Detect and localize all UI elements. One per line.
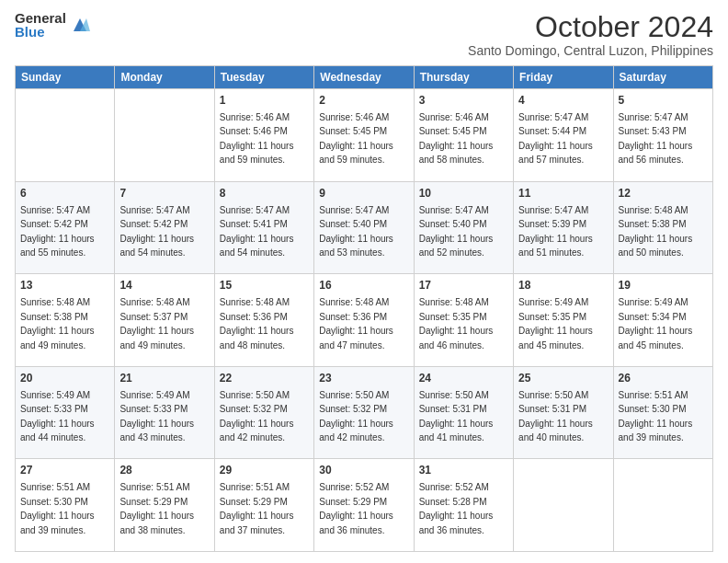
calendar-cell: 12Sunrise: 5:48 AMSunset: 5:38 PMDayligh… xyxy=(613,181,712,274)
day-info: Sunrise: 5:50 AMSunset: 5:32 PMDaylight:… xyxy=(220,390,294,443)
calendar-cell: 26Sunrise: 5:51 AMSunset: 5:30 PMDayligh… xyxy=(613,366,712,459)
calendar-cell: 25Sunrise: 5:50 AMSunset: 5:31 PMDayligh… xyxy=(514,366,613,459)
day-number: 9 xyxy=(319,186,408,201)
day-info: Sunrise: 5:50 AMSunset: 5:31 PMDaylight:… xyxy=(518,390,593,443)
day-info: Sunrise: 5:46 AMSunset: 5:45 PMDaylight:… xyxy=(319,112,393,166)
calendar-header-row: Sunday Monday Tuesday Wednesday Thursday… xyxy=(16,66,713,89)
logo: General Blue xyxy=(15,11,90,39)
calendar-cell: 24Sunrise: 5:50 AMSunset: 5:31 PMDayligh… xyxy=(414,366,513,459)
day-info: Sunrise: 5:47 AMSunset: 5:44 PMDaylight:… xyxy=(518,112,593,166)
calendar-cell xyxy=(514,459,613,552)
day-number: 22 xyxy=(220,371,309,386)
day-number: 3 xyxy=(419,93,508,109)
calendar-cell: 28Sunrise: 5:51 AMSunset: 5:29 PMDayligh… xyxy=(115,459,214,552)
col-sunday: Sunday xyxy=(16,66,115,89)
calendar-cell: 20Sunrise: 5:49 AMSunset: 5:33 PMDayligh… xyxy=(16,366,115,459)
day-number: 5 xyxy=(619,93,708,109)
calendar-cell: 17Sunrise: 5:48 AMSunset: 5:35 PMDayligh… xyxy=(414,274,513,367)
day-number: 19 xyxy=(619,278,708,293)
day-number: 23 xyxy=(319,371,408,386)
calendar-cell xyxy=(115,89,214,182)
day-number: 27 xyxy=(20,463,109,478)
calendar-cell: 18Sunrise: 5:49 AMSunset: 5:35 PMDayligh… xyxy=(514,274,613,367)
day-number: 28 xyxy=(119,463,209,478)
day-info: Sunrise: 5:50 AMSunset: 5:32 PMDaylight:… xyxy=(319,390,393,443)
month-title: October 2024 xyxy=(468,11,713,43)
calendar-cell: 10Sunrise: 5:47 AMSunset: 5:40 PMDayligh… xyxy=(414,181,513,274)
calendar-cell: 3Sunrise: 5:46 AMSunset: 5:45 PMDaylight… xyxy=(414,89,513,182)
calendar-week-row: 27Sunrise: 5:51 AMSunset: 5:30 PMDayligh… xyxy=(16,459,713,552)
calendar-cell: 29Sunrise: 5:51 AMSunset: 5:29 PMDayligh… xyxy=(214,459,313,552)
day-info: Sunrise: 5:47 AMSunset: 5:39 PMDaylight:… xyxy=(518,205,593,259)
day-info: Sunrise: 5:48 AMSunset: 5:36 PMDaylight:… xyxy=(319,297,393,350)
calendar-cell xyxy=(613,459,712,552)
calendar-table: Sunday Monday Tuesday Wednesday Thursday… xyxy=(15,65,713,552)
col-thursday: Thursday xyxy=(414,66,513,89)
col-friday: Friday xyxy=(514,66,613,89)
day-info: Sunrise: 5:48 AMSunset: 5:38 PMDaylight:… xyxy=(20,297,95,350)
day-number: 14 xyxy=(119,278,209,293)
location: Santo Domingo, Central Luzon, Philippine… xyxy=(468,43,713,58)
calendar-cell: 15Sunrise: 5:48 AMSunset: 5:36 PMDayligh… xyxy=(214,274,313,367)
calendar-cell: 11Sunrise: 5:47 AMSunset: 5:39 PMDayligh… xyxy=(514,181,613,274)
day-number: 30 xyxy=(319,463,408,478)
day-number: 10 xyxy=(419,186,508,201)
day-number: 21 xyxy=(119,371,209,386)
day-number: 4 xyxy=(518,93,608,109)
calendar-cell: 2Sunrise: 5:46 AMSunset: 5:45 PMDaylight… xyxy=(314,89,414,182)
calendar-cell: 8Sunrise: 5:47 AMSunset: 5:41 PMDaylight… xyxy=(214,181,313,274)
day-info: Sunrise: 5:49 AMSunset: 5:33 PMDaylight:… xyxy=(20,390,95,443)
day-info: Sunrise: 5:52 AMSunset: 5:28 PMDaylight:… xyxy=(419,482,494,535)
day-info: Sunrise: 5:47 AMSunset: 5:41 PMDaylight:… xyxy=(220,205,294,259)
day-number: 7 xyxy=(119,186,209,201)
calendar-cell: 7Sunrise: 5:47 AMSunset: 5:42 PMDaylight… xyxy=(115,181,214,274)
day-info: Sunrise: 5:47 AMSunset: 5:40 PMDaylight:… xyxy=(319,205,393,259)
day-number: 13 xyxy=(20,278,109,293)
calendar-cell: 19Sunrise: 5:49 AMSunset: 5:34 PMDayligh… xyxy=(613,274,712,367)
calendar-cell: 5Sunrise: 5:47 AMSunset: 5:43 PMDaylight… xyxy=(613,89,712,182)
day-number: 18 xyxy=(518,278,608,293)
calendar-cell xyxy=(16,89,115,182)
header: General Blue October 2024 Santo Domingo,… xyxy=(15,11,713,58)
logo-text: General Blue xyxy=(15,11,66,39)
day-number: 26 xyxy=(619,371,708,386)
day-number: 24 xyxy=(419,371,508,386)
day-info: Sunrise: 5:51 AMSunset: 5:29 PMDaylight:… xyxy=(220,482,294,535)
day-number: 11 xyxy=(518,186,608,201)
day-info: Sunrise: 5:48 AMSunset: 5:38 PMDaylight:… xyxy=(619,205,693,259)
page: General Blue October 2024 Santo Domingo,… xyxy=(0,0,728,563)
day-number: 1 xyxy=(220,93,309,109)
day-number: 17 xyxy=(419,278,508,293)
day-number: 2 xyxy=(319,93,408,109)
day-info: Sunrise: 5:47 AMSunset: 5:40 PMDaylight:… xyxy=(419,205,494,259)
title-block: October 2024 Santo Domingo, Central Luzo… xyxy=(468,11,713,58)
day-info: Sunrise: 5:48 AMSunset: 5:35 PMDaylight:… xyxy=(419,297,494,350)
calendar-cell: 27Sunrise: 5:51 AMSunset: 5:30 PMDayligh… xyxy=(16,459,115,552)
logo-icon xyxy=(70,15,90,35)
calendar-cell: 6Sunrise: 5:47 AMSunset: 5:42 PMDaylight… xyxy=(16,181,115,274)
calendar-cell: 23Sunrise: 5:50 AMSunset: 5:32 PMDayligh… xyxy=(314,366,414,459)
calendar-week-row: 20Sunrise: 5:49 AMSunset: 5:33 PMDayligh… xyxy=(16,366,713,459)
day-info: Sunrise: 5:46 AMSunset: 5:46 PMDaylight:… xyxy=(220,112,294,166)
day-info: Sunrise: 5:48 AMSunset: 5:37 PMDaylight:… xyxy=(119,297,194,350)
calendar-cell: 9Sunrise: 5:47 AMSunset: 5:40 PMDaylight… xyxy=(314,181,414,274)
day-info: Sunrise: 5:50 AMSunset: 5:31 PMDaylight:… xyxy=(419,390,494,443)
calendar-week-row: 6Sunrise: 5:47 AMSunset: 5:42 PMDaylight… xyxy=(16,181,713,274)
day-number: 20 xyxy=(20,371,109,386)
day-info: Sunrise: 5:47 AMSunset: 5:43 PMDaylight:… xyxy=(619,112,693,166)
day-info: Sunrise: 5:49 AMSunset: 5:33 PMDaylight:… xyxy=(119,390,194,443)
calendar-cell: 16Sunrise: 5:48 AMSunset: 5:36 PMDayligh… xyxy=(314,274,414,367)
calendar-cell: 4Sunrise: 5:47 AMSunset: 5:44 PMDaylight… xyxy=(514,89,613,182)
day-number: 8 xyxy=(220,186,309,201)
col-saturday: Saturday xyxy=(613,66,712,89)
calendar-cell: 14Sunrise: 5:48 AMSunset: 5:37 PMDayligh… xyxy=(115,274,214,367)
calendar-week-row: 13Sunrise: 5:48 AMSunset: 5:38 PMDayligh… xyxy=(16,274,713,367)
logo-blue: Blue xyxy=(15,25,66,39)
day-info: Sunrise: 5:52 AMSunset: 5:29 PMDaylight:… xyxy=(319,482,393,535)
calendar-cell: 1Sunrise: 5:46 AMSunset: 5:46 PMDaylight… xyxy=(214,89,313,182)
calendar-week-row: 1Sunrise: 5:46 AMSunset: 5:46 PMDaylight… xyxy=(16,89,713,182)
day-info: Sunrise: 5:47 AMSunset: 5:42 PMDaylight:… xyxy=(119,205,194,259)
day-number: 31 xyxy=(419,463,508,478)
day-number: 16 xyxy=(319,278,408,293)
calendar-cell: 31Sunrise: 5:52 AMSunset: 5:28 PMDayligh… xyxy=(414,459,513,552)
